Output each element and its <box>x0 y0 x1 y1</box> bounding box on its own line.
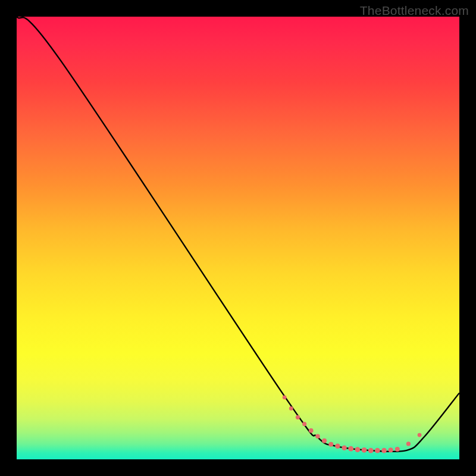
marker-dot <box>348 446 353 452</box>
curve-line <box>17 17 459 452</box>
watermark-text: TheBottleneck.com <box>360 4 469 18</box>
marker-dot <box>342 445 346 450</box>
marker-dot <box>289 406 293 411</box>
bottleneck-curve <box>17 17 459 452</box>
plot-area <box>17 17 459 459</box>
chart-frame: TheBottleneck.com <box>0 0 476 476</box>
marker-dot <box>388 447 393 452</box>
marker-dot <box>381 448 387 453</box>
marker-dot <box>375 448 380 453</box>
marker-dot <box>296 415 300 419</box>
marker-dot <box>362 447 367 453</box>
marker-dot <box>406 441 411 446</box>
marker-dot <box>335 443 340 448</box>
marker-dot <box>283 395 287 399</box>
marker-dot <box>395 447 400 452</box>
marker-dot <box>309 428 314 433</box>
marker-dot <box>418 433 422 437</box>
marker-dot <box>322 439 327 443</box>
chart-svg <box>17 17 459 459</box>
marker-dot <box>368 448 374 453</box>
marker-dot <box>315 434 320 439</box>
marker-dots <box>283 395 422 453</box>
marker-dot <box>302 422 306 426</box>
marker-dot <box>328 442 333 447</box>
marker-dot <box>355 447 360 452</box>
